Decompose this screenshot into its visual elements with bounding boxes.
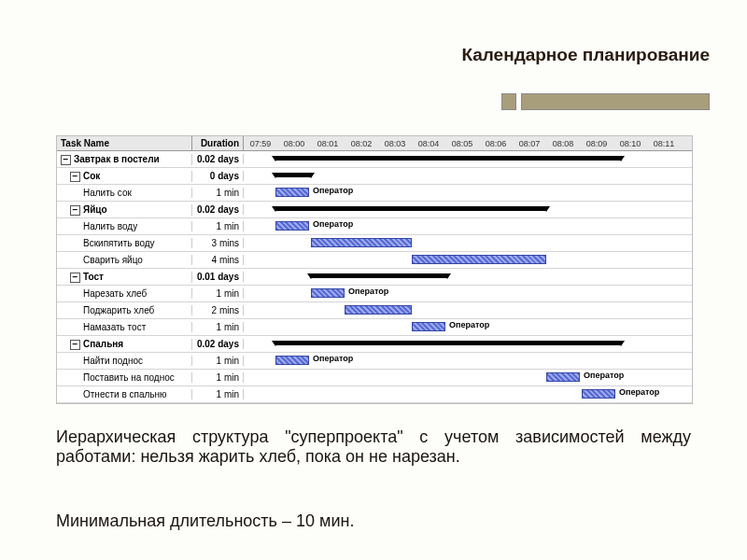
table-row: Найти поднос1 minОператор bbox=[57, 353, 692, 370]
summary-bar bbox=[275, 206, 546, 211]
task-name-cell: Поставить на поднос bbox=[57, 372, 192, 383]
duration-cell: 1 min bbox=[192, 288, 244, 299]
task-bar[interactable] bbox=[275, 356, 309, 365]
table-row: Отнести в спальню1 minОператор bbox=[57, 386, 692, 403]
task-bar[interactable] bbox=[412, 322, 445, 331]
chart-cell bbox=[244, 336, 692, 352]
task-bar[interactable] bbox=[311, 238, 412, 247]
time-tick: 08:04 bbox=[412, 139, 445, 148]
time-tick: 08:11 bbox=[647, 139, 681, 148]
task-name-cell: Нарезать хлеб bbox=[57, 288, 192, 299]
resource-label: Оператор bbox=[313, 219, 353, 229]
task-bar[interactable] bbox=[546, 372, 580, 382]
table-row: −Завтрак в постели0.02 days bbox=[57, 151, 692, 168]
summary-bar bbox=[275, 173, 311, 177]
time-tick: 08:03 bbox=[378, 139, 412, 148]
resource-label: Оператор bbox=[348, 287, 388, 296]
collapse-icon[interactable]: − bbox=[61, 155, 71, 165]
chart-cell: Оператор bbox=[244, 319, 692, 335]
task-name-cell: Отнести в спальню bbox=[57, 389, 192, 399]
duration-cell: 1 min bbox=[192, 188, 244, 198]
summary-bar bbox=[311, 273, 447, 278]
resource-label: Оператор bbox=[313, 354, 353, 363]
task-name-cell: Намазать тост bbox=[57, 322, 192, 332]
collapse-icon[interactable]: − bbox=[70, 340, 80, 350]
task-bar[interactable] bbox=[311, 288, 345, 298]
time-tick: 08:10 bbox=[613, 139, 647, 148]
decorative-bar bbox=[521, 93, 710, 110]
task-bar[interactable] bbox=[412, 255, 546, 264]
task-name-cell: −Тост bbox=[57, 272, 192, 283]
gantt-header: Task Name Duration 07:5908:0008:0108:020… bbox=[57, 136, 692, 151]
table-row: −Сок0 days bbox=[57, 168, 692, 185]
task-bar[interactable] bbox=[275, 188, 309, 197]
task-name-cell: Поджарить хлеб bbox=[57, 305, 192, 315]
time-tick: 08:00 bbox=[277, 139, 311, 148]
collapse-icon[interactable]: − bbox=[70, 273, 80, 283]
task-name-cell: −Сок bbox=[57, 171, 192, 182]
time-tick: 08:02 bbox=[345, 139, 378, 148]
task-bar[interactable] bbox=[275, 221, 309, 231]
gantt-body: −Завтрак в постели0.02 days−Сок0 daysНал… bbox=[57, 151, 692, 403]
table-row: Поджарить хлеб2 mins bbox=[57, 302, 692, 319]
duration-cell: 0.01 days bbox=[192, 272, 244, 282]
duration-cell: 3 mins bbox=[192, 238, 244, 248]
time-tick: 08:07 bbox=[513, 139, 546, 148]
task-name-cell: −Яйцо bbox=[57, 204, 192, 216]
time-tick: 08:05 bbox=[445, 139, 479, 148]
task-name-cell: Вскипятить воду bbox=[57, 238, 192, 248]
duration-cell: 0.02 days bbox=[192, 204, 244, 215]
chart-cell: Оператор bbox=[244, 286, 692, 301]
table-row: Нарезать хлеб1 minОператор bbox=[57, 286, 692, 302]
duration-cell: 4 mins bbox=[192, 255, 244, 265]
table-row: −Яйцо0.02 days bbox=[57, 202, 692, 218]
time-tick: 08:01 bbox=[311, 139, 345, 148]
chart-cell bbox=[244, 302, 692, 318]
task-name-cell: Налить сок bbox=[57, 188, 192, 198]
time-tick: 07:59 bbox=[244, 139, 277, 148]
caption-text: Иерархическая структура "суперпроекта" с… bbox=[56, 427, 691, 467]
task-name-cell: −Завтрак в постели bbox=[57, 154, 192, 165]
task-bar[interactable] bbox=[582, 389, 615, 399]
duration-cell: 1 min bbox=[192, 372, 244, 383]
duration-cell: 1 min bbox=[192, 221, 244, 231]
time-tick: 08:08 bbox=[546, 139, 580, 148]
table-row: Налить сок1 minОператор bbox=[57, 185, 692, 202]
resource-label: Оператор bbox=[313, 186, 353, 195]
chart-cell: Оператор bbox=[244, 185, 692, 201]
chart-cell bbox=[244, 252, 692, 268]
table-row: −Тост0.01 days bbox=[57, 269, 692, 286]
time-tick: 08:09 bbox=[580, 139, 613, 148]
page-title: Календарное планирование bbox=[461, 45, 710, 65]
resource-label: Оператор bbox=[619, 387, 659, 397]
task-name-cell: Сварить яйцо bbox=[57, 255, 192, 265]
chart-cell bbox=[244, 269, 692, 285]
collapse-icon[interactable]: − bbox=[70, 205, 80, 216]
caption-text-2: Минимальная длительность – 10 мин. bbox=[56, 511, 691, 531]
table-row: Поставить на поднос1 minОператор bbox=[57, 370, 692, 386]
duration-cell: 1 min bbox=[192, 389, 244, 399]
chart-cell: Оператор bbox=[244, 386, 692, 402]
task-bar[interactable] bbox=[345, 305, 412, 315]
duration-cell: 2 mins bbox=[192, 305, 244, 315]
chart-cell bbox=[244, 202, 692, 217]
duration-cell: 1 min bbox=[192, 356, 244, 366]
chart-cell: Оператор bbox=[244, 218, 692, 234]
collapse-icon[interactable]: − bbox=[70, 172, 80, 182]
duration-cell: 1 min bbox=[192, 322, 244, 332]
table-row: Вскипятить воду3 mins bbox=[57, 235, 692, 252]
task-name-cell: Налить воду bbox=[57, 221, 192, 231]
time-tick: 08:06 bbox=[479, 139, 513, 148]
task-name-cell: Найти поднос bbox=[57, 356, 192, 366]
gantt-chart: Task Name Duration 07:5908:0008:0108:020… bbox=[56, 135, 693, 404]
table-row: Налить воду1 minОператор bbox=[57, 218, 692, 235]
duration-cell: 0 days bbox=[192, 171, 244, 181]
col-task-header: Task Name bbox=[57, 136, 192, 150]
chart-cell bbox=[244, 151, 692, 167]
duration-cell: 0.02 days bbox=[192, 339, 244, 349]
table-row: Намазать тост1 minОператор bbox=[57, 319, 692, 336]
chart-cell: Оператор bbox=[244, 370, 692, 385]
resource-label: Оператор bbox=[584, 371, 624, 380]
timeline-header: 07:5908:0008:0108:0208:0308:0408:0508:06… bbox=[244, 136, 692, 150]
table-row: Сварить яйцо4 mins bbox=[57, 252, 692, 269]
